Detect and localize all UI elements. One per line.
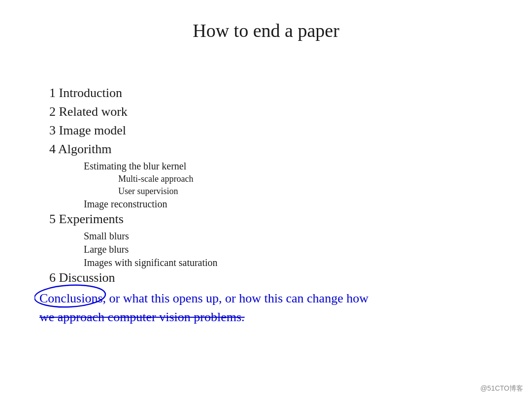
- highlight-rest-line2: we approach computer vision problems.: [39, 310, 245, 324]
- highlight-rest-line1: , or what this opens up, or how this can…: [103, 291, 368, 305]
- toc-item-7: User supervision: [118, 186, 493, 197]
- toc-item-10: Small blurs: [84, 231, 493, 242]
- toc-item-8: Image reconstruction: [84, 199, 493, 210]
- page-title: How to end a paper: [39, 20, 493, 41]
- conclusions-word: Conclusions: [39, 291, 103, 305]
- watermark: @51CTO博客: [480, 384, 523, 393]
- toc-item-13: 6 Discussion: [49, 270, 493, 285]
- conclusions-circled: Conclusions: [39, 289, 103, 308]
- toc-item-6: Multi-scale approach: [118, 174, 493, 184]
- toc-item-4: 4 Algorithm: [49, 142, 493, 157]
- toc-item-9: 5 Experiments: [49, 212, 493, 227]
- toc-item-2: 2 Related work: [49, 104, 493, 119]
- table-of-contents: 1 Introduction 2 Related work 3 Image mo…: [49, 86, 493, 285]
- highlight-text-line1: Conclusions , or what this opens up, or …: [39, 289, 493, 308]
- highlight-text-line2: we approach computer vision problems.: [39, 308, 493, 327]
- toc-item-12: Images with significant saturation: [84, 257, 493, 268]
- toc-item-1: 1 Introduction: [49, 86, 493, 100]
- toc-item-11: Large blurs: [84, 244, 493, 255]
- toc-item-5: Estimating the blur kernel: [84, 161, 493, 172]
- highlight-section: Conclusions , or what this opens up, or …: [39, 289, 493, 326]
- toc-item-3: 3 Image model: [49, 123, 493, 138]
- page-container: How to end a paper 1 Introduction 2 Rela…: [0, 0, 532, 399]
